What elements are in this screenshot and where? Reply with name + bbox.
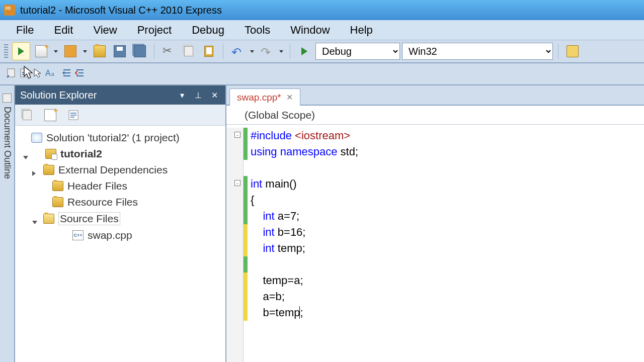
main-area: Document Outline Solution Explorer ▾ ⊥ ✕… [0, 85, 644, 362]
cut-icon [163, 45, 175, 57]
solution-node[interactable]: Solution 'tutorial2' (1 project) [18, 130, 222, 146]
panel-title: Solution Explorer [20, 89, 172, 101]
change-unsaved-icon [244, 224, 248, 256]
folder-label: Header Files [67, 180, 127, 192]
platform-select[interactable]: Win32 [402, 43, 553, 60]
new-project-dropdown[interactable] [82, 42, 89, 60]
editor-tab-strip: swap.cpp* ✕ [226, 85, 644, 106]
file-label: swap.cpp [88, 229, 132, 241]
code-editor[interactable]: - - #include <iostream> using namespace … [226, 125, 644, 362]
tb2-btn-1[interactable] [6, 67, 17, 80]
text-size-icon: Aa [45, 68, 57, 78]
expander-closed-icon[interactable] [32, 166, 39, 173]
save-icon [114, 45, 126, 57]
paste-icon [204, 46, 213, 57]
expander-open-icon[interactable] [23, 150, 30, 157]
file-tab-swap[interactable]: swap.cpp* ✕ [229, 88, 300, 106]
new-item-button[interactable] [32, 42, 50, 60]
new-project-button[interactable] [61, 42, 79, 60]
close-tab-icon[interactable]: ✕ [286, 93, 293, 102]
menu-window[interactable]: Window [280, 21, 340, 40]
open-folder-icon [94, 45, 106, 57]
project-node[interactable]: tutorial2 [18, 146, 222, 162]
external-deps-node[interactable]: External Dependencies [18, 162, 222, 178]
tb2-btn-3[interactable] [32, 67, 43, 80]
panel-btn-refresh[interactable] [66, 108, 80, 122]
show-all-icon [44, 109, 56, 121]
redo-button[interactable] [258, 42, 276, 60]
configuration-select[interactable]: Debug [315, 43, 400, 60]
panel-dropdown-icon[interactable]: ▾ [176, 89, 188, 101]
find-in-files-button[interactable] [564, 42, 582, 60]
start-debugging-button[interactable] [12, 42, 30, 60]
undo-dropdown[interactable] [249, 42, 256, 60]
indent-icon [74, 67, 86, 78]
change-saved-icon [244, 256, 248, 273]
increase-indent-button[interactable] [74, 67, 86, 80]
panel-btn-home[interactable] [20, 108, 34, 122]
save-button[interactable] [111, 42, 129, 60]
change-indicator-bar [244, 128, 248, 362]
menu-view[interactable]: View [83, 21, 127, 40]
code-view-icon [68, 110, 79, 121]
secondary-toolbar: Aa [0, 63, 644, 85]
svg-text:A: A [45, 69, 51, 77]
copy-button[interactable] [180, 42, 198, 60]
outdent-icon [61, 67, 72, 78]
cursor-icon [32, 67, 43, 78]
play-step-icon [15, 45, 27, 57]
menu-file[interactable]: File [6, 21, 44, 40]
document-outline-tab[interactable]: Document Outline [0, 85, 15, 362]
find-icon [567, 45, 579, 57]
menu-help[interactable]: Help [340, 21, 383, 40]
tb2-btn-4[interactable]: Aa [45, 68, 57, 80]
window-title: tutorial2 - Microsoft Visual C++ 2010 Ex… [20, 5, 222, 16]
source-files-node[interactable]: Source Files [18, 210, 222, 227]
open-file-button[interactable] [91, 42, 109, 60]
panel-btn-showall[interactable] [43, 108, 57, 122]
title-bar: tutorial2 - Microsoft Visual C++ 2010 Ex… [0, 0, 644, 20]
paste-button[interactable] [200, 42, 218, 60]
menu-bar: File Edit View Project Debug Tools Windo… [0, 20, 644, 40]
folder-icon [52, 181, 63, 191]
save-all-icon [134, 45, 146, 57]
pin-icon[interactable]: ⊥ [192, 89, 204, 101]
solution-explorer-header[interactable]: Solution Explorer ▾ ⊥ ✕ [15, 85, 225, 105]
toolbar-separator [154, 44, 154, 59]
redo-icon [261, 45, 273, 57]
header-files-node[interactable]: Header Files [18, 178, 222, 194]
doc-swap-icon [19, 67, 30, 78]
new-project-icon [64, 45, 76, 57]
menu-debug[interactable]: Debug [182, 21, 234, 40]
resource-files-node[interactable]: Resource Files [18, 194, 222, 210]
menu-project[interactable]: Project [127, 21, 182, 40]
cut-button[interactable] [159, 42, 178, 60]
undo-button[interactable] [228, 42, 247, 60]
tb2-btn-2[interactable] [19, 67, 30, 80]
fold-gutter: - - [226, 128, 244, 362]
new-item-dropdown[interactable] [52, 42, 59, 60]
editor-area: swap.cpp* ✕ (Global Scope) - - #include … [226, 85, 644, 362]
toolbar-grip[interactable] [4, 44, 8, 58]
copy-icon [184, 46, 193, 56]
scope-bar[interactable]: (Global Scope) [226, 106, 644, 125]
decrease-indent-button[interactable] [61, 67, 72, 80]
redo-dropdown[interactable] [278, 42, 285, 60]
fold-toggle-icon[interactable]: - [234, 180, 240, 186]
file-tab-label: swap.cpp* [237, 92, 281, 103]
folder-label: External Dependencies [58, 164, 168, 176]
start-button[interactable] [295, 42, 313, 60]
menu-tools[interactable]: Tools [234, 21, 280, 40]
properties-icon [23, 110, 32, 120]
scope-label: (Global Scope) [245, 109, 315, 121]
close-icon[interactable]: ✕ [208, 89, 220, 101]
doc-outline-label: Document Outline [2, 107, 13, 179]
folder-label: Source Files [58, 212, 120, 225]
code-text[interactable]: #include <iostream> using namespace std;… [248, 128, 644, 362]
save-all-button[interactable] [131, 42, 149, 60]
file-swap-cpp[interactable]: swap.cpp [18, 227, 222, 243]
change-saved-icon [244, 128, 248, 160]
menu-edit[interactable]: Edit [44, 21, 83, 40]
fold-toggle-icon[interactable]: - [234, 132, 240, 138]
expander-open-icon[interactable] [32, 215, 39, 222]
